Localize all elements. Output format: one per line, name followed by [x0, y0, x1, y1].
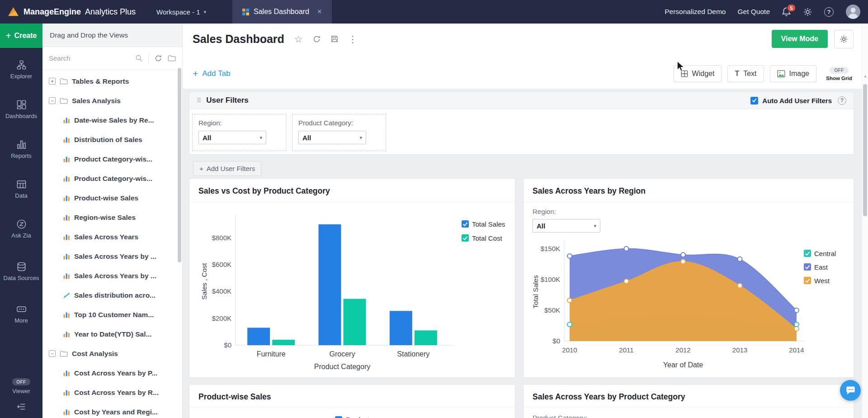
drag-handle-icon[interactable]: ⠿ — [197, 97, 201, 104]
save-button[interactable] — [330, 35, 339, 43]
view-item[interactable]: Sales Across Years by ... — [42, 247, 182, 266]
view-item[interactable]: Year to Date(YTD) Sal... — [42, 324, 182, 344]
bar-chart-icon — [63, 117, 70, 124]
panel-header: Product-wise Sales — [189, 385, 515, 408]
rail-item-label: More — [14, 318, 28, 324]
view-item[interactable]: Distribution of Sales — [42, 130, 182, 149]
rail-item-label: Dashboards — [5, 113, 37, 120]
view-item[interactable]: Product Category-wis... — [42, 149, 182, 169]
selected-value: All — [537, 222, 545, 230]
viewer-off-pill[interactable]: OFF — [12, 378, 30, 385]
panel-sales-by-category: Sales Across Years by Product Category P… — [523, 384, 854, 418]
view-item-label: Cost Across Years by P... — [74, 369, 157, 377]
user-filter-box-1: Product Category:All▾ — [292, 114, 386, 151]
search-icon — [135, 54, 143, 62]
chat-support-button[interactable] — [840, 380, 861, 401]
rail-item-more[interactable]: More — [0, 294, 42, 334]
expand-icon[interactable]: + — [49, 78, 56, 85]
view-mode-button[interactable]: View Mode — [772, 30, 828, 48]
bar-chart-icon — [63, 273, 70, 279]
rail-item-ask-zia[interactable]: Ask Zia — [0, 209, 42, 249]
views-scrollbar-thumb[interactable] — [178, 68, 181, 262]
view-item[interactable]: Cost Across Years by R... — [42, 383, 182, 402]
auto-add-user-filters: Auto Add User Filters ? — [750, 96, 846, 105]
help-button[interactable]: ? — [838, 96, 846, 105]
rail-item-data-sources[interactable]: Data Sources — [0, 249, 42, 294]
filter-select[interactable]: All▾ — [198, 131, 266, 144]
tree-folder[interactable]: +Tables & Reports — [42, 71, 182, 91]
view-item[interactable]: Sales distribution acro... — [42, 285, 182, 305]
viewer-toggle[interactable]: OFF Viewer — [12, 378, 30, 394]
bar-chart-icon — [63, 390, 70, 396]
svg-text:$150K: $150K — [541, 245, 560, 252]
user-filters-title: User Filters — [206, 96, 249, 105]
collapse-sidebar-button[interactable] — [17, 403, 26, 411]
scroll-up-arrow-icon[interactable]: ▲ — [863, 74, 867, 78]
tab-sales-dashboard[interactable]: Sales Dashboard × — [232, 0, 332, 24]
notifications-button[interactable]: 5 — [782, 7, 791, 17]
search-input[interactable] — [49, 54, 130, 62]
region-filter-select[interactable]: All ▾ — [533, 219, 600, 233]
panel-header: Sales Across Years by Region — [524, 179, 854, 202]
view-item[interactable]: Sales Across Years by ... — [42, 266, 182, 285]
rail-item-dashboards[interactable]: Dashboards — [0, 90, 42, 129]
view-item-label: Product-wise Sales — [74, 194, 138, 202]
legend-checkbox[interactable] — [335, 416, 342, 418]
views-tree: +Tables & Reports−Sales AnalysisDate-wis… — [42, 70, 182, 416]
view-item[interactable]: Cost Across Years by P... — [42, 363, 182, 383]
rail-item-label: Explorer — [10, 73, 32, 80]
filter-select[interactable]: All▾ — [298, 131, 366, 144]
bar-chart-icon — [63, 370, 70, 376]
close-icon[interactable]: × — [317, 7, 322, 16]
tree-folder[interactable]: −Cost Analysis — [42, 344, 182, 363]
rail-item-reports[interactable]: Reports — [0, 129, 42, 169]
favorite-button[interactable]: ☆ — [294, 34, 303, 44]
folder-view-button[interactable] — [168, 55, 176, 62]
main-scrollbar[interactable]: ▲ — [862, 24, 868, 418]
view-item-label: Distribution of Sales — [74, 136, 142, 144]
view-item[interactable]: Region-wise Sales — [42, 208, 182, 227]
collapse-icon[interactable]: − — [49, 97, 56, 104]
create-button[interactable]: + Create — [0, 24, 42, 48]
svg-text:East: East — [814, 263, 828, 271]
personalized-demo-link[interactable]: Personalized Demo — [665, 8, 726, 16]
view-item[interactable]: Product-wise Sales — [42, 188, 182, 208]
scatter-chart-icon — [63, 292, 70, 299]
rail-items: ExplorerDashboardsReportsDataAsk ZiaData… — [0, 50, 42, 334]
workspace-selector[interactable]: Workspace - 1 ▾ — [156, 8, 206, 16]
views-panel-title: Drag and Drop the Views — [50, 31, 128, 39]
tree-folder[interactable]: −Sales Analysis — [42, 91, 182, 110]
rail-item-explorer[interactable]: Explorer — [0, 50, 42, 90]
avatar[interactable] — [845, 4, 861, 19]
get-quote-link[interactable]: Get Quote — [737, 8, 770, 16]
view-item[interactable]: Sales Across Years — [42, 227, 182, 247]
settings-button[interactable] — [803, 7, 812, 17]
add-tab-button[interactable]: + Add Tab — [193, 68, 230, 79]
rail-item-data[interactable]: Data — [0, 169, 42, 209]
view-item[interactable]: Date-wise Sales by Re... — [42, 110, 182, 130]
scrollbar-thumb[interactable] — [863, 84, 867, 216]
collapse-icon[interactable]: − — [49, 350, 56, 357]
view-item[interactable]: Product Category-wis... — [42, 169, 182, 188]
widget-label: Widget — [692, 70, 715, 78]
show-grid-state[interactable]: OFF — [830, 67, 848, 74]
add-user-filters-button[interactable]: + Add User Filters — [193, 161, 261, 176]
refresh-dashboard-button[interactable] — [312, 35, 321, 43]
view-item-label: Cost by Years and Regi... — [74, 408, 158, 416]
dashboard-settings-button[interactable] — [834, 30, 854, 48]
widget-button[interactable]: Widget — [674, 65, 722, 82]
auto-add-checkbox[interactable] — [750, 97, 758, 104]
more-options-button[interactable]: ⋮ — [348, 34, 358, 44]
search-button[interactable] — [135, 54, 143, 62]
text-button[interactable]: T Text — [727, 65, 764, 82]
dashboards-icon — [16, 100, 27, 110]
view-item[interactable]: Top 10 Customer Nam... — [42, 305, 182, 324]
show-grid-toggle[interactable]: OFF Show Grid — [824, 67, 854, 81]
svg-text:2010: 2010 — [562, 346, 577, 354]
help-button[interactable]: ? — [824, 7, 834, 17]
bar-chart-icon — [63, 253, 70, 260]
refresh-views-button[interactable] — [154, 54, 162, 62]
chevron-down-icon: ▾ — [204, 9, 207, 15]
image-button[interactable]: Image — [770, 65, 816, 82]
view-item[interactable]: Cost by Years and Regi... — [42, 402, 182, 416]
